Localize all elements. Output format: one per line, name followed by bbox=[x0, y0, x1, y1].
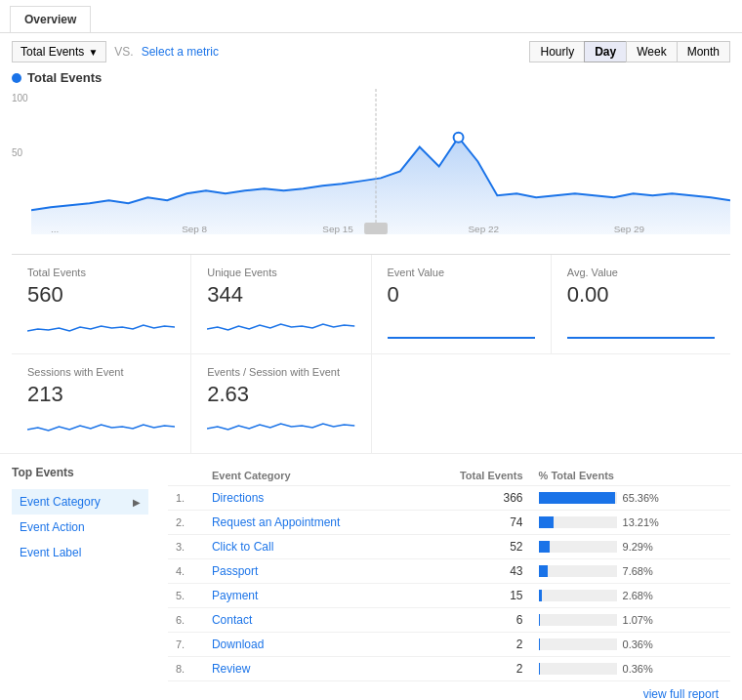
event-name-link[interactable]: Click to Call bbox=[212, 540, 273, 554]
btn-hourly[interactable]: Hourly bbox=[529, 41, 585, 62]
metric-avg-value: Avg. Value 0.00 bbox=[552, 255, 730, 353]
y-label-50: 50 bbox=[12, 147, 22, 158]
metrics-row-2: Sessions with Event 213 Events / Session… bbox=[12, 354, 730, 453]
view-full-report-link[interactable]: view full report bbox=[643, 687, 719, 700]
bar-background bbox=[539, 492, 617, 504]
metric-unique-events: Unique Events 344 bbox=[191, 255, 371, 353]
select-metric-link[interactable]: Select a metric bbox=[142, 45, 219, 59]
bottom-section: Top Events Event Category ▶ Event Action… bbox=[0, 454, 742, 700]
event-name-link[interactable]: Contact bbox=[212, 613, 252, 627]
tab-overview[interactable]: Overview bbox=[10, 6, 91, 32]
table-cell-total: 366 bbox=[415, 486, 530, 511]
sidebar-item-event-action-link[interactable]: Event Action bbox=[20, 520, 85, 534]
top-events-title: Top Events bbox=[12, 466, 148, 479]
metric-label-avg-value: Avg. Value bbox=[567, 267, 715, 278]
event-name-link[interactable]: Payment bbox=[212, 589, 258, 602]
metric-selector: Total Events ▼ VS. Select a metric bbox=[12, 41, 219, 62]
sidebar-item-event-category[interactable]: Event Category ▶ bbox=[12, 489, 148, 515]
bar-fill bbox=[539, 565, 548, 577]
event-name-link[interactable]: Request an Appointment bbox=[212, 515, 340, 529]
table-row: 8. Review 2 0.36% bbox=[168, 657, 730, 681]
table-cell-num: 3. bbox=[168, 535, 204, 559]
chart-selector-handle[interactable] bbox=[364, 223, 388, 234]
event-name-link[interactable]: Review bbox=[212, 662, 250, 676]
table-row: 7. Download 2 0.36% bbox=[168, 633, 730, 657]
table-cell-total: 15 bbox=[415, 584, 530, 608]
pct-label: 0.36% bbox=[623, 638, 653, 650]
table-cell-num: 5. bbox=[168, 584, 204, 608]
bar-fill bbox=[539, 590, 542, 601]
table-cell-num: 2. bbox=[168, 511, 204, 535]
table-cell-pct: 13.21% bbox=[531, 511, 730, 535]
bar-background bbox=[539, 638, 617, 650]
table-cell-name: Contact bbox=[204, 608, 415, 633]
vs-text: VS. bbox=[114, 45, 133, 59]
metric-event-value: Event Value 0 bbox=[372, 255, 552, 353]
sparkline-event-value bbox=[388, 311, 535, 339]
metric-label-unique-events: Unique Events bbox=[207, 267, 354, 278]
table-cell-pct: 2.68% bbox=[531, 584, 730, 608]
btn-month[interactable]: Month bbox=[677, 41, 730, 62]
metric-value-total-events: 560 bbox=[27, 282, 175, 308]
metric-label-total-events: Total Events bbox=[27, 267, 175, 278]
sparkline-events-per-session bbox=[207, 411, 354, 438]
btn-week[interactable]: Week bbox=[626, 41, 677, 62]
metric-label-events-per-session: Events / Session with Event bbox=[207, 366, 354, 378]
chart-container: 100 50 ... Sep 8 Sep 15 bbox=[12, 89, 730, 255]
table-cell-total: 74 bbox=[415, 511, 530, 535]
chart-svg: ... Sep 8 Sep 15 Sep 22 Sep 29 bbox=[31, 89, 730, 234]
table-row: 1. Directions 366 65.36% bbox=[168, 486, 730, 511]
table-cell-pct: 0.36% bbox=[531, 657, 730, 681]
table-cell-name: Passport bbox=[204, 559, 415, 584]
x-label-sep22: Sep 22 bbox=[469, 224, 500, 234]
sidebar-item-event-label[interactable]: Event Label bbox=[12, 540, 148, 565]
sparkline-total-events bbox=[27, 311, 175, 339]
pct-label: 2.68% bbox=[623, 590, 653, 601]
bar-fill bbox=[539, 492, 615, 504]
bar-background bbox=[539, 590, 617, 601]
top-controls: Total Events ▼ VS. Select a metric Hourl… bbox=[0, 33, 742, 70]
table-cell-total: 6 bbox=[415, 608, 530, 633]
x-label-sep8: Sep 8 bbox=[182, 224, 207, 234]
pct-label: 1.07% bbox=[623, 614, 653, 626]
btn-day[interactable]: Day bbox=[584, 41, 627, 62]
sidebar-arrow-icon: ▶ bbox=[133, 497, 141, 508]
table-cell-pct: 0.36% bbox=[531, 633, 730, 657]
sidebar-item-event-category-label: Event Category bbox=[20, 495, 101, 509]
bar-background bbox=[539, 663, 617, 675]
sidebar-item-event-label-link[interactable]: Event Label bbox=[20, 546, 81, 559]
metric-label-sessions-event: Sessions with Event bbox=[27, 366, 175, 378]
table-cell-num: 4. bbox=[168, 559, 204, 584]
tab-bar: Overview bbox=[0, 0, 742, 33]
chart-area-fill bbox=[31, 138, 730, 234]
event-name-link[interactable]: Download bbox=[212, 638, 264, 651]
metric-value-events-per-session: 2.63 bbox=[207, 382, 354, 407]
col-header-event-category: Event Category bbox=[204, 466, 415, 486]
chart-title: Total Events bbox=[12, 70, 730, 85]
col-header-total-events: Total Events bbox=[415, 466, 530, 486]
pct-label: 13.21% bbox=[623, 516, 659, 528]
event-name-link[interactable]: Directions bbox=[212, 491, 264, 505]
table-cell-pct: 1.07% bbox=[531, 608, 730, 633]
x-label-sep29: Sep 29 bbox=[614, 224, 645, 234]
metric-value-avg-value: 0.00 bbox=[567, 282, 715, 308]
view-full-report-container: view full report bbox=[168, 681, 730, 700]
table-header-row: Event Category Total Events % Total Even… bbox=[168, 466, 730, 486]
metric-dropdown-label: Total Events bbox=[21, 45, 84, 59]
table-row: 4. Passport 43 7.68% bbox=[168, 559, 730, 584]
table-row: 2. Request an Appointment 74 13.21% bbox=[168, 511, 730, 535]
bar-fill bbox=[539, 614, 540, 626]
col-header-category bbox=[168, 466, 204, 486]
table-cell-pct: 9.29% bbox=[531, 535, 730, 559]
event-table-section: Event Category Total Events % Total Even… bbox=[168, 466, 730, 700]
table-cell-name: Directions bbox=[204, 486, 415, 511]
sparkline-avg-value bbox=[567, 311, 715, 339]
table-cell-total: 52 bbox=[415, 535, 530, 559]
metric-dropdown[interactable]: Total Events ▼ bbox=[12, 41, 106, 62]
event-name-link[interactable]: Passport bbox=[212, 564, 258, 578]
bar-background bbox=[539, 541, 617, 553]
y-label-100: 100 bbox=[12, 93, 28, 103]
sparkline-sessions-event bbox=[27, 411, 175, 438]
sidebar-item-event-action[interactable]: Event Action bbox=[12, 515, 148, 540]
metric-sessions-event: Sessions with Event 213 bbox=[12, 354, 191, 453]
